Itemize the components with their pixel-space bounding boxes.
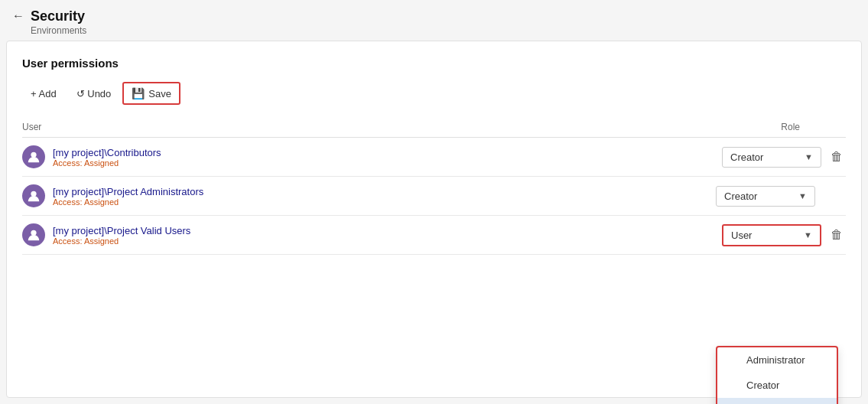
- section-title: User permissions: [22, 57, 846, 70]
- dropdown-item-label: Creator: [746, 380, 779, 391]
- user-info: [my project]\Contributors Access: Assign…: [22, 145, 161, 168]
- role-dropdown[interactable]: Administrator Creator ✓ User Reader: [716, 346, 838, 404]
- back-button[interactable]: ←: [12, 9, 24, 23]
- role-value: Creator: [724, 191, 798, 202]
- table-row: [my project]\Project Valid Users Access:…: [22, 216, 846, 255]
- column-role-header: Role: [781, 122, 800, 132]
- page-container: ← Security Environments User permissions…: [0, 0, 868, 404]
- dropdown-item[interactable]: Administrator: [717, 347, 837, 373]
- user-rows: [my project]\Contributors Access: Assign…: [22, 138, 846, 255]
- save-label: Save: [148, 88, 171, 99]
- dropdown-item[interactable]: ✓ User: [717, 398, 837, 404]
- breadcrumb: Environments: [31, 25, 86, 36]
- table-row: [my project]\Contributors Access: Assign…: [22, 138, 846, 177]
- svg-point-2: [31, 230, 36, 236]
- toolbar: + Add ↺ Undo 💾 Save: [22, 82, 846, 105]
- avatar: [22, 145, 45, 168]
- dropdown-item[interactable]: Creator: [717, 373, 837, 398]
- avatar: [22, 184, 45, 207]
- user-access: Access: Assigned: [53, 197, 203, 207]
- user-name: [my project]\Project Administrators: [53, 186, 203, 197]
- user-access: Access: Assigned: [53, 236, 190, 246]
- svg-point-0: [31, 152, 36, 158]
- row-right: Creator ▼: [716, 186, 846, 207]
- header-text: Security Environments: [31, 8, 86, 36]
- role-select[interactable]: User ▼: [722, 224, 821, 246]
- avatar: [22, 223, 45, 246]
- delete-button[interactable]: 🗑: [827, 225, 846, 245]
- save-button[interactable]: 💾 Save: [122, 82, 180, 105]
- role-select[interactable]: Creator ▼: [722, 147, 821, 168]
- dropdown-item-label: Administrator: [746, 354, 805, 366]
- row-right: User ▼ 🗑: [722, 224, 846, 246]
- add-button[interactable]: + Add: [22, 83, 65, 104]
- svg-point-1: [31, 191, 36, 197]
- row-right: Creator ▼ 🗑: [722, 147, 846, 168]
- role-value: Creator: [730, 152, 805, 163]
- user-details: [my project]\Project Valid Users Access:…: [53, 225, 190, 246]
- page-title: Security: [31, 8, 86, 25]
- column-user-header: User: [22, 122, 41, 132]
- table-row: [my project]\Project Administrators Acce…: [22, 177, 846, 216]
- undo-button[interactable]: ↺ Undo: [68, 83, 120, 104]
- chevron-down-icon: ▼: [805, 152, 813, 161]
- user-details: [my project]\Contributors Access: Assign…: [53, 147, 161, 168]
- chevron-down-icon: ▼: [798, 191, 807, 200]
- user-name: [my project]\Contributors: [53, 147, 161, 158]
- chevron-down-icon: ▼: [804, 230, 812, 239]
- header: ← Security Environments: [0, 0, 868, 41]
- role-select[interactable]: Creator ▼: [716, 186, 815, 207]
- table-header: User Role: [22, 117, 846, 138]
- main-content: User permissions + Add ↺ Undo 💾 Save Use…: [6, 41, 862, 398]
- user-info: [my project]\Project Valid Users Access:…: [22, 223, 190, 246]
- user-details: [my project]\Project Administrators Acce…: [53, 186, 203, 207]
- save-icon: 💾: [132, 87, 145, 99]
- user-name: [my project]\Project Valid Users: [53, 225, 190, 236]
- user-access: Access: Assigned: [53, 158, 161, 168]
- delete-button[interactable]: 🗑: [827, 147, 846, 167]
- user-info: [my project]\Project Administrators Acce…: [22, 184, 203, 207]
- role-value: User: [731, 230, 804, 241]
